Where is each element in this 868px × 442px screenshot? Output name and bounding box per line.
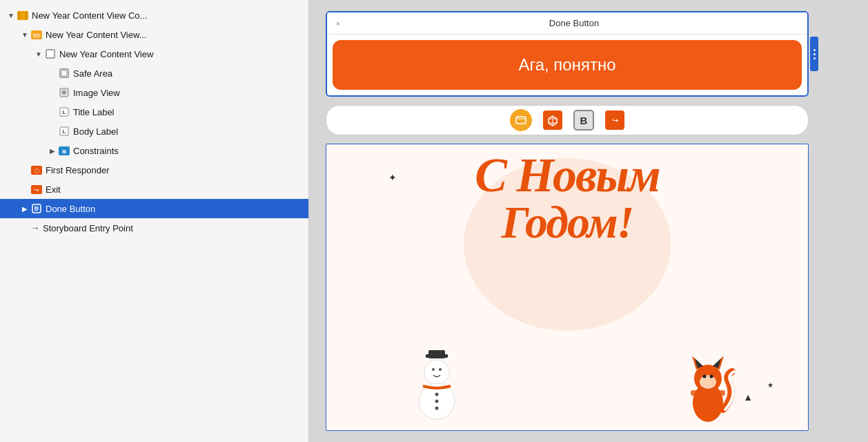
svg-point-49 — [700, 375, 716, 389]
tree-item-bodylabel-label: Body Label — [73, 126, 118, 137]
tree-item-safearea-label: Safe Area — [73, 68, 112, 79]
exit-icon: ↪ — [30, 183, 43, 195]
tree-item-constraints[interactable]: ▶ ⊞ Constraints — [0, 141, 308, 160]
star-3: ★ — [767, 381, 773, 389]
snowman-svg — [409, 347, 464, 430]
svg-text:L: L — [63, 109, 66, 115]
storyboard-arrow-icon: → — [30, 222, 40, 233]
svg-text:↪: ↪ — [612, 116, 618, 124]
tree-item-exit[interactable]: ▶ ↪ Exit — [0, 180, 308, 199]
tree-item-root-label: New Year Content View Co... — [32, 10, 147, 21]
tree-item-exit-label: Exit — [46, 184, 61, 195]
tree-item-donebutton-label: Done Button — [46, 204, 95, 214]
svg-text:L: L — [63, 128, 66, 135]
view-icon — [44, 48, 57, 60]
imageview-icon: ✱ — [58, 86, 70, 99]
toolbar-viewcontroller-icon[interactable] — [510, 109, 532, 131]
tree-item-view-label: New Year Content View — [59, 49, 153, 59]
disclosure-arrow-constraints: ▶ — [47, 145, 58, 156]
tree-item-titlelabel-label: Title Label — [73, 107, 115, 117]
disclosure-arrow-root: ▼ — [6, 10, 17, 21]
scene-toolbar: B ↪ — [326, 105, 809, 135]
done-button-title: Done Button — [346, 18, 802, 28]
fox-svg — [677, 340, 739, 430]
new-year-line1: С Новым — [475, 151, 659, 200]
canvas-area: × Done Button Ага, понятно — [309, 0, 868, 442]
svg-text:⊞: ⊞ — [62, 149, 66, 154]
handle-dot-3 — [813, 57, 816, 59]
svg-text:↪: ↪ — [34, 186, 39, 193]
tree-item-donebutton[interactable]: ▶ B Done Button — [0, 199, 308, 218]
outline-panel: ▼ New Year Content View Co... ▼ VC New Y… — [0, 0, 309, 442]
tree-item-view[interactable]: ▼ New Year Content View — [0, 44, 308, 64]
constraints-icon: ⊞ — [58, 144, 70, 157]
svg-rect-3 — [17, 12, 28, 14]
tree-item-imageview[interactable]: ▶ ✱ Image View — [0, 83, 308, 102]
done-button-container: × Done Button Ага, понятно — [326, 11, 809, 97]
svg-text:✱: ✱ — [61, 89, 67, 96]
done-button-preview: × Done Button Ага, понятно — [326, 11, 809, 97]
safearea-icon — [58, 67, 70, 79]
done-button-text: Ага, понятно — [518, 55, 615, 75]
star-2: ▲ — [743, 392, 753, 403]
toolbar-firstresponder-icon[interactable] — [543, 110, 562, 130]
toolbar-button-icon[interactable]: B — [573, 110, 594, 131]
svg-point-51 — [710, 375, 713, 378]
label-icon-body: L — [58, 125, 70, 137]
star-1: ✦ — [388, 172, 397, 183]
tree-item-storyboard-label: Storyboard Entry Point — [43, 223, 133, 233]
toolbar-exit-icon[interactable]: ↪ — [605, 110, 624, 130]
disclosure-arrow-view: ▼ — [33, 48, 44, 59]
tree-item-fr-label: First Responder — [46, 165, 109, 175]
svg-point-38 — [439, 368, 442, 371]
done-button-body[interactable]: Ага, понятно — [333, 40, 802, 90]
svg-point-36 — [424, 360, 449, 385]
handle-dot-1 — [813, 49, 816, 51]
svg-text:VC: VC — [32, 32, 40, 39]
tree-item-constraints-label: Constraints — [73, 146, 119, 156]
svg-text:B: B — [34, 205, 39, 212]
button-b-icon: B — [30, 202, 43, 215]
tree-item-imageview-label: Image View — [73, 88, 120, 98]
disclosure-arrow-vc: ▼ — [19, 29, 30, 40]
svg-rect-7 — [46, 50, 55, 58]
new-year-line2: Годом! — [475, 200, 659, 245]
tree-item-bodylabel[interactable]: ▶ L Body Label — [0, 122, 308, 141]
film-icon — [17, 9, 29, 21]
tree-item-root[interactable]: ▼ New Year Content View Co... — [0, 6, 308, 25]
svg-rect-1 — [19, 11, 20, 20]
label-icon-title: L — [58, 106, 70, 118]
handle-dot-2 — [813, 53, 816, 55]
tree-item-firstresponder[interactable]: ▶ ⬡ First Responder — [0, 160, 308, 180]
svg-rect-4 — [17, 17, 28, 19]
svg-point-37 — [432, 368, 435, 371]
close-button[interactable]: × — [333, 18, 344, 29]
viewcontroller-icon: VC — [30, 28, 43, 41]
tree-item-vc-label: New Year Content View... — [46, 30, 146, 40]
new-year-text: С Новым Годом! — [475, 151, 659, 245]
canvas-preview: С Новым Годом! ✦ ▲ ★ — [326, 144, 809, 431]
tree-item-storyboard-entry[interactable]: ▶ → Storyboard Entry Point — [0, 218, 308, 238]
svg-rect-35 — [428, 350, 445, 358]
svg-point-50 — [703, 375, 707, 378]
firstresponder-icon: ⬡ — [30, 164, 43, 176]
new-year-card: С Новым Годом! ✦ ▲ ★ — [326, 144, 808, 430]
svg-point-41 — [435, 400, 439, 403]
svg-point-42 — [435, 407, 439, 410]
tree-item-viewcontroller[interactable]: ▼ VC New Year Content View... — [0, 25, 308, 44]
tree-item-safearea[interactable]: ▶ Safe Area — [0, 64, 308, 83]
done-button-header: × Done Button — [327, 12, 807, 35]
svg-rect-2 — [26, 11, 27, 20]
toolbar-b-label: B — [580, 115, 588, 126]
tree-item-titlelabel[interactable]: ▶ L Title Label — [0, 102, 308, 122]
svg-text:⬡: ⬡ — [34, 168, 39, 174]
svg-point-40 — [435, 393, 439, 396]
disclosure-arrow-donebutton: ▶ — [19, 203, 30, 214]
resize-handle[interactable] — [810, 37, 818, 71]
svg-rect-52 — [691, 390, 725, 396]
